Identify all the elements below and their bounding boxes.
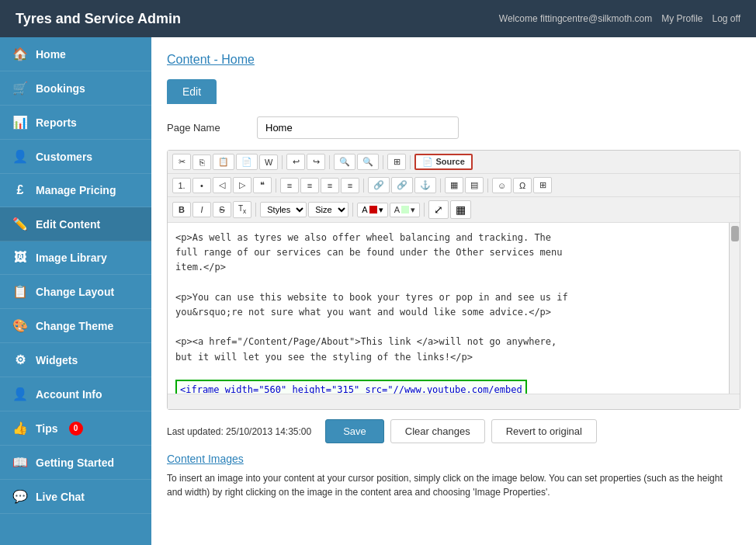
editor-line-3: item.</p>	[175, 262, 226, 272]
change-theme-icon: 🎨	[12, 318, 28, 333]
special-char-button[interactable]: Ω	[513, 178, 532, 193]
sidebar-label-tips: Tips	[36, 422, 58, 435]
sidebar-item-tips[interactable]: 👍 Tips 0	[0, 411, 151, 446]
paste-word-button[interactable]: W	[259, 154, 278, 170]
bold-button[interactable]: B	[172, 202, 191, 217]
chart-button[interactable]: ▦	[450, 200, 471, 219]
indent-more-button[interactable]: ▷	[233, 177, 251, 193]
sidebar: 🏠 Home 🛒 Bookings 📊 Reports 👤 Customers …	[0, 37, 151, 545]
link-button[interactable]: 🔗	[368, 177, 390, 193]
sidebar-item-image-library[interactable]: 🖼 Image Library	[0, 241, 151, 275]
unlink-button[interactable]: 🔗	[391, 177, 413, 193]
sidebar-item-getting-started[interactable]: 📖 Getting Started	[0, 446, 151, 480]
page-break-button[interactable]: ⊞	[533, 177, 552, 193]
find-button[interactable]: 🔍	[334, 154, 355, 170]
copy-button[interactable]: ⎘	[192, 154, 211, 170]
align-justify-button[interactable]: ≡	[341, 178, 359, 193]
header-right: Welcome fittingcentre@silkmoth.com My Pr…	[499, 13, 740, 24]
sidebar-item-reports[interactable]: 📊 Reports	[0, 106, 151, 140]
toolbar-row-3: B I S Tx Styles Size A ▾ A	[168, 197, 740, 223]
sidebar-item-edit-content[interactable]: ✏️ Edit Content	[0, 207, 151, 241]
align-right-button[interactable]: ≡	[321, 178, 339, 193]
source-button[interactable]: 📄 Source	[414, 154, 472, 170]
content-area: Content - Home Edit Page Name ✂ ⎘ 📋 📄 W …	[151, 37, 756, 545]
my-profile-link[interactable]: My Profile	[661, 13, 702, 24]
anchor-button[interactable]: ⚓	[414, 177, 436, 193]
text-color-dropdown-icon: ▾	[379, 205, 383, 215]
toolbar-sep-5	[276, 179, 276, 193]
sidebar-item-account-info[interactable]: 👤 Account Info	[0, 377, 151, 411]
toolbar-sep-2	[329, 155, 330, 169]
form-page-name-row: Page Name	[167, 116, 740, 139]
main-layout: 🏠 Home 🛒 Bookings 📊 Reports 👤 Customers …	[0, 37, 756, 545]
source-label: Source	[435, 157, 464, 166]
undo-button[interactable]: ↩	[286, 154, 305, 170]
save-button[interactable]: Save	[325, 419, 384, 443]
sidebar-item-live-chat[interactable]: 💬 Live Chat	[0, 480, 151, 514]
change-layout-icon: 📋	[12, 284, 28, 299]
table-button[interactable]: ▦	[445, 177, 463, 193]
sidebar-item-change-layout[interactable]: 📋 Change Layout	[0, 275, 151, 309]
editor-iframe-line: <iframe width="560" height="315" src="//…	[175, 380, 527, 394]
toolbar-sep-11	[424, 203, 425, 217]
sidebar-label-image-library: Image Library	[36, 252, 107, 264]
footer-actions: Last updated: 25/10/2013 14:35:00 Save C…	[167, 410, 740, 453]
page-title: Content - Home	[167, 53, 740, 67]
blockquote-button[interactable]: ❝	[253, 177, 272, 193]
paste-text-button[interactable]: 📄	[236, 154, 258, 170]
sidebar-item-home[interactable]: 🏠 Home	[0, 37, 151, 71]
unordered-list-button[interactable]: •	[192, 178, 211, 193]
align-center-button[interactable]: ≡	[300, 178, 319, 193]
sidebar-label-customers: Customers	[36, 151, 92, 163]
revert-button[interactable]: Revert to original	[491, 419, 597, 443]
customers-icon: 👤	[12, 149, 28, 164]
ordered-list-button[interactable]: 1.	[172, 178, 191, 193]
editor-line-4: <p>You can use this website to book your…	[175, 292, 568, 303]
getting-started-icon: 📖	[12, 455, 28, 470]
page-name-label: Page Name	[167, 122, 244, 134]
bg-color-button[interactable]: A ▾	[390, 203, 420, 217]
log-off-link[interactable]: Log off	[713, 13, 740, 24]
sidebar-item-manage-pricing[interactable]: £ Manage Pricing	[0, 174, 151, 207]
strikethrough-button[interactable]: S	[213, 202, 231, 217]
toolbar-sep-9	[255, 203, 256, 217]
align-left-button[interactable]: ≡	[280, 178, 299, 193]
bg-color-swatch	[401, 206, 409, 213]
size-select[interactable]: Size	[308, 202, 349, 217]
clear-changes-button[interactable]: Clear changes	[390, 419, 485, 443]
indent-less-button[interactable]: ◁	[213, 177, 231, 193]
page-name-input[interactable]	[257, 116, 459, 139]
image-library-icon: 🖼	[12, 251, 28, 265]
sidebar-label-widgets: Widgets	[36, 354, 78, 366]
toolbar-sep-8	[487, 179, 488, 193]
sidebar-item-customers[interactable]: 👤 Customers	[0, 140, 151, 174]
pricing-icon: £	[12, 183, 28, 197]
sidebar-item-widgets[interactable]: ⚙ Widgets	[0, 343, 151, 377]
editor-line-5: you&rsquo;re not sure what you want and …	[175, 307, 551, 318]
sidebar-label-account-info: Account Info	[36, 388, 102, 401]
widgets-icon: ⚙	[12, 352, 28, 367]
editor-body[interactable]: <p>As well as tyres we also offer wheel …	[168, 223, 729, 394]
scrollbar-thumb[interactable]	[731, 226, 739, 241]
styles-select[interactable]: Styles	[260, 202, 307, 217]
sidebar-label-live-chat: Live Chat	[36, 491, 85, 503]
select-all-button[interactable]: ⊞	[387, 154, 406, 170]
live-chat-icon: 💬	[12, 489, 28, 504]
toolbar-sep-10	[352, 203, 353, 217]
sidebar-item-bookings[interactable]: 🛒 Bookings	[0, 71, 151, 106]
text-color-button[interactable]: A ▾	[357, 203, 387, 217]
tips-icon: 👍	[12, 421, 28, 436]
smiley-button[interactable]: ☺	[492, 178, 512, 193]
toolbar-row-1: ✂ ⎘ 📋 📄 W ↩ ↪ 🔍 🔍 ⊞ 📄 Source	[168, 151, 740, 174]
redo-button[interactable]: ↪	[307, 154, 325, 170]
italic-button[interactable]: I	[192, 202, 211, 217]
find-replace-button[interactable]: 🔍	[357, 154, 379, 170]
paste-button[interactable]: 📋	[213, 154, 234, 170]
table-col-button[interactable]: ▤	[465, 177, 484, 193]
sidebar-item-change-theme[interactable]: 🎨 Change Theme	[0, 309, 151, 343]
tab-edit[interactable]: Edit	[167, 79, 217, 104]
sidebar-label-home: Home	[36, 48, 66, 61]
remove-format-button[interactable]: Tx	[233, 201, 251, 218]
expand-editor-button[interactable]: ⤢	[428, 200, 449, 219]
cut-button[interactable]: ✂	[172, 154, 191, 170]
